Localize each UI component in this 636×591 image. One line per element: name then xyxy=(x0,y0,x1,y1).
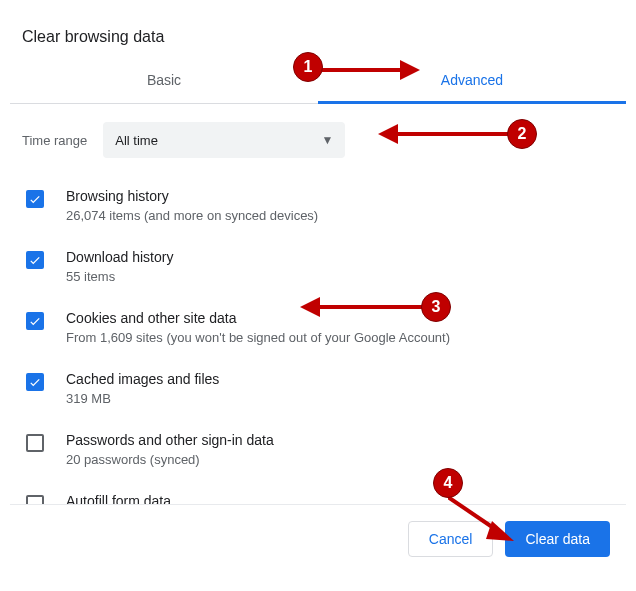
item-title: Browsing history xyxy=(66,188,614,204)
annotation-badge-2: 2 xyxy=(507,119,537,149)
item-title: Cookies and other site data xyxy=(66,310,614,326)
item-subtitle: 319 MB xyxy=(66,391,614,406)
tab-advanced-label: Advanced xyxy=(441,72,503,88)
checkbox[interactable] xyxy=(26,373,44,391)
item-title: Autofill form data xyxy=(66,493,614,504)
annotation-badge-4: 4 xyxy=(433,468,463,498)
tab-advanced[interactable]: Advanced xyxy=(318,56,626,103)
item-subtitle: 26,074 items (and more on synced devices… xyxy=(66,208,614,223)
tab-basic[interactable]: Basic xyxy=(10,56,318,103)
annotation-badge-3: 3 xyxy=(421,292,451,322)
checkbox[interactable] xyxy=(26,495,44,504)
data-type-item: Passwords and other sign-in data20 passw… xyxy=(22,420,614,481)
dialog-footer: Cancel Clear data xyxy=(10,504,626,573)
data-type-item: Autofill form data xyxy=(22,481,614,504)
time-range-value: All time xyxy=(115,133,158,148)
item-title: Passwords and other sign-in data xyxy=(66,432,614,448)
data-type-item: Cookies and other site dataFrom 1,609 si… xyxy=(22,298,614,359)
checkbox[interactable] xyxy=(26,251,44,269)
clear-data-button-label: Clear data xyxy=(525,531,590,547)
item-subtitle: From 1,609 sites (you won't be signed ou… xyxy=(66,330,614,345)
data-type-item: Browsing history26,074 items (and more o… xyxy=(22,176,614,237)
chevron-down-icon: ▼ xyxy=(321,133,333,147)
item-subtitle: 20 passwords (synced) xyxy=(66,452,614,467)
checkbox[interactable] xyxy=(26,312,44,330)
data-type-item: Cached images and files319 MB xyxy=(22,359,614,420)
item-title: Download history xyxy=(66,249,614,265)
item-subtitle: 55 items xyxy=(66,269,614,284)
time-range-label: Time range xyxy=(22,133,87,148)
clear-browsing-data-dialog: Clear browsing data Basic Advanced Time … xyxy=(10,0,626,573)
clear-data-button[interactable]: Clear data xyxy=(505,521,610,557)
dialog-title: Clear browsing data xyxy=(10,0,626,56)
checkbox[interactable] xyxy=(26,190,44,208)
checkbox[interactable] xyxy=(26,434,44,452)
data-type-list: Browsing history26,074 items (and more o… xyxy=(10,176,626,504)
cancel-button-label: Cancel xyxy=(429,531,473,547)
cancel-button[interactable]: Cancel xyxy=(408,521,494,557)
annotation-badge-1: 1 xyxy=(293,52,323,82)
time-range-select[interactable]: All time ▼ xyxy=(103,122,345,158)
tab-basic-label: Basic xyxy=(147,72,181,88)
item-title: Cached images and files xyxy=(66,371,614,387)
data-type-item: Download history55 items xyxy=(22,237,614,298)
options-scroll-area[interactable]: Time range All time ▼ Browsing history26… xyxy=(10,104,626,504)
